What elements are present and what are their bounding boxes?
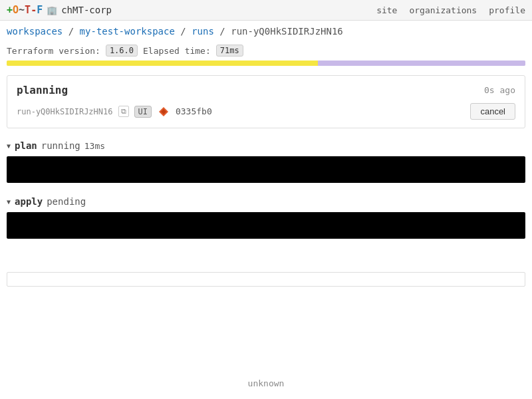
breadcrumb-workspace-name[interactable]: my-test-workspace: [80, 26, 175, 37]
plan-status: running: [41, 140, 80, 151]
topbar-left: +O~T-F 🏢 chMT-corp: [7, 4, 112, 16]
progress-track: [7, 61, 525, 66]
plan-section-header[interactable]: ▼ plan running 13ms: [0, 135, 532, 156]
empty-row-1: [7, 252, 525, 267]
breadcrumb-run-id: run-yQ0HkSIDIRJzHN16: [231, 26, 343, 37]
run-status: planning: [17, 84, 68, 96]
terraform-version-badge: 1.6.0: [106, 45, 138, 57]
elapsed-label: Elapsed time:: [143, 46, 211, 56]
elapsed-time-badge: 71ms: [216, 45, 243, 57]
run-id: run-yQ0HkSIDIRJzHN16: [17, 107, 113, 116]
spacer-3: [0, 289, 532, 329]
plan-title: plan: [15, 140, 37, 151]
nav-site[interactable]: site: [376, 5, 397, 15]
topbar: +O~T-F 🏢 chMT-corp site organizations pr…: [0, 0, 532, 21]
run-time-ago: 0s ago: [484, 85, 515, 95]
progress-area: [0, 61, 532, 71]
commit-hash: 0335fb0: [176, 106, 212, 116]
copy-icon[interactable]: ⧉: [118, 106, 129, 117]
meta-bar: Terraform version: 1.6.0 Elapsed time: 7…: [0, 42, 532, 61]
breadcrumb-runs[interactable]: runs: [192, 26, 214, 37]
terraform-version-label: Terraform version:: [7, 46, 100, 56]
footer: unknown: [0, 368, 532, 399]
nav-profile[interactable]: profile: [489, 5, 525, 15]
org-name[interactable]: chMT-corp: [61, 5, 112, 15]
run-card-footer: run-yQ0HkSIDIRJzHN16 ⧉ UI 0335fb0 cancel: [17, 103, 515, 120]
apply-section-header[interactable]: ▼ apply pending: [0, 191, 532, 212]
plan-time: 13ms: [84, 141, 105, 151]
spacer-1: [0, 183, 532, 191]
run-card: planning 0s ago run-yQ0HkSIDIRJzHN16 ⧉ U…: [7, 75, 525, 128]
topbar-nav: site organizations profile: [376, 5, 525, 15]
apply-status: pending: [47, 196, 86, 207]
cancel-button[interactable]: cancel: [470, 103, 515, 120]
terraform-diamond-icon: [158, 106, 169, 117]
apply-terminal: [7, 212, 525, 239]
breadcrumb-workspaces[interactable]: workspaces: [7, 26, 63, 37]
nav-organizations[interactable]: organizations: [409, 5, 477, 15]
org-icon: 🏢: [47, 5, 57, 15]
plan-triangle: ▼: [7, 142, 11, 150]
progress-fill-purple: [318, 61, 525, 66]
spacer-2: [0, 239, 532, 247]
plan-terminal: [7, 156, 525, 183]
footer-status: unknown: [248, 378, 285, 388]
progress-fill-yellow: [7, 61, 318, 66]
breadcrumb: workspaces / my-test-workspace / runs / …: [0, 21, 532, 42]
logo: +O~T-F: [7, 4, 43, 16]
apply-title: apply: [15, 196, 43, 207]
ui-badge: UI: [134, 106, 152, 118]
run-card-header: planning 0s ago: [17, 84, 515, 96]
apply-triangle: ▼: [7, 198, 11, 205]
input-row[interactable]: [7, 272, 525, 287]
